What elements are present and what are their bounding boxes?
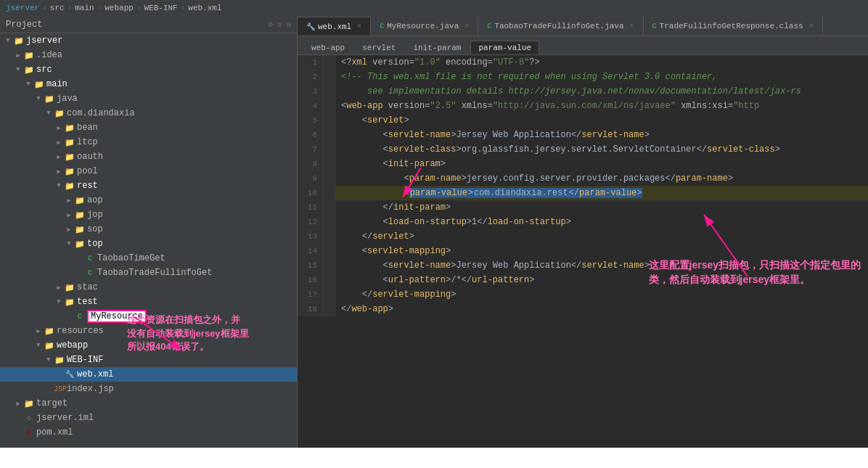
tab-TaobaoTrade-close[interactable]: × bbox=[630, 22, 634, 30]
tree-item-aop[interactable]: ▶ 📁 aop bbox=[0, 193, 297, 208]
code-line-6: 6 <servlet-name>Jersey Web Application</… bbox=[298, 128, 868, 142]
code-line-8: 8 <init-param> bbox=[298, 157, 868, 171]
code-line-18: 18 </web-app> bbox=[298, 302, 868, 316]
tab-TaobaoTrade-java[interactable]: C TaobaoTradeFullinfoGet.java × bbox=[478, 17, 643, 36]
code-line-5: 5 <servlet> bbox=[298, 113, 868, 128]
tree-item-TaobaoTimeGet[interactable]: C TaobaoTimeGet bbox=[0, 251, 297, 266]
tree-item-ltcp[interactable]: ▶ 📁 ltcp bbox=[0, 135, 297, 149]
breadcrumb-webapp: webapp bbox=[105, 4, 134, 12]
editor-area[interactable]: 1 <?xml version="1.0" encoding="UTF-8"?>… bbox=[298, 55, 868, 448]
tree-item-resources[interactable]: ▶ 📁 resources bbox=[0, 324, 297, 338]
code-line-2: 2 <!-- This web.xml file is not required… bbox=[298, 70, 868, 84]
tree-item-TaobaoTradeFullinfoGet[interactable]: C TaobaoTradeFullinfoGet bbox=[0, 266, 297, 280]
breadcrumb-webxml: web.xml bbox=[188, 4, 221, 12]
subtab-servlet[interactable]: servlet bbox=[354, 41, 404, 54]
file-tree: ▼ 📁 jserver ▶ 📁 .idea ▼ 📁 src ▼ bbox=[0, 33, 297, 448]
breadcrumb-jserver[interactable]: jserver bbox=[6, 4, 39, 12]
tree-item-bean[interactable]: ▶ 📁 bean bbox=[0, 120, 297, 135]
code-line-13: 13 </servlet> bbox=[298, 229, 868, 244]
tree-item-top[interactable]: ▼ 📁 top bbox=[0, 237, 297, 251]
tab-MyResource-java[interactable]: C MyResource.java × bbox=[371, 17, 478, 36]
title-bar: jserver › src › main › webapp › WEB-INF … bbox=[0, 0, 868, 16]
breadcrumb-src: src bbox=[50, 4, 65, 12]
code-line-4: 4 <web-app version="2.5" xmlns="http://j… bbox=[298, 99, 868, 113]
editor-subtabs: web-app servlet init-param param-value bbox=[298, 36, 868, 55]
code-line-10: 10 <param-value>com.diandaxia.rest</para… bbox=[298, 186, 868, 200]
tab-TradeFullinfo-class[interactable]: C TradeFullinfoGetResponse.class × bbox=[644, 17, 823, 36]
tab-MyResource-icon: C bbox=[380, 22, 384, 30]
tabs-bar: 🔧 web.xml × C MyResource.java × C Taobao… bbox=[298, 16, 868, 36]
tree-item-index-jsp[interactable]: JSP index.jsp bbox=[0, 382, 297, 396]
code-line-12: 12 <load-on-startup>1</load-on-startup> bbox=[298, 215, 868, 229]
subtab-web-app[interactable]: web-app bbox=[303, 41, 353, 54]
tab-web-xml-icon: 🔧 bbox=[306, 22, 315, 31]
tree-item-webapp[interactable]: ▼ 📁 webapp bbox=[0, 338, 297, 353]
tree-item-main[interactable]: ▼ 📁 main bbox=[0, 77, 297, 91]
code-line-1: 1 <?xml version="1.0" encoding="UTF-8"?> bbox=[298, 55, 868, 70]
tree-item-java[interactable]: ▼ 📁 java bbox=[0, 91, 297, 106]
tab-web-xml-close[interactable]: × bbox=[357, 22, 361, 30]
panel-title: Project bbox=[6, 20, 42, 30]
tree-item-WEB-INF[interactable]: ▼ 📁 WEB-INF bbox=[0, 353, 297, 367]
tree-item-pool[interactable]: ▶ 📁 pool bbox=[0, 164, 297, 178]
code-line-7: 7 <servlet-class>org.glassfish.jersey.se… bbox=[298, 142, 868, 157]
code-line-15: 15 <servlet-name>Jersey Web Application<… bbox=[298, 258, 868, 273]
tree-item-web-xml[interactable]: 🔧 web.xml bbox=[0, 367, 297, 382]
tree-item-jserver-iml[interactable]: ◇ jserver.iml bbox=[0, 411, 297, 425]
tree-item-idea[interactable]: ▶ 📁 .idea bbox=[0, 48, 297, 62]
collapse-icon[interactable]: ⊟ bbox=[286, 20, 291, 29]
tree-item-MyResource[interactable]: C MyResource bbox=[0, 309, 297, 324]
subtab-param-value[interactable]: param-value bbox=[470, 41, 539, 54]
tree-item-sop[interactable]: ▶ 📁 sop bbox=[0, 222, 297, 237]
tab-MyResource-close[interactable]: × bbox=[464, 22, 469, 30]
settings-icon[interactable]: ⚙ bbox=[268, 20, 273, 29]
tree-item-stac[interactable]: ▶ 📁 stac bbox=[0, 280, 297, 295]
sort-icon[interactable]: ⇅ bbox=[277, 20, 282, 29]
right-panel: 🔧 web.xml × C MyResource.java × C Taobao… bbox=[298, 16, 868, 448]
code-line-3: 3 see implementation details http://jers… bbox=[298, 84, 868, 99]
subtab-init-param[interactable]: init-param bbox=[405, 41, 469, 54]
tree-item-src[interactable]: ▼ 📁 src bbox=[0, 62, 297, 77]
tree-item-root[interactable]: ▼ 📁 jserver bbox=[0, 33, 297, 48]
code-line-16: 16 <url-pattern>/*</url-pattern> bbox=[298, 273, 868, 287]
tab-TradeFullinfo-icon: C bbox=[652, 22, 657, 30]
breadcrumb-webinf: WEB-INF bbox=[144, 4, 177, 12]
left-panel: Project ⚙ ⇅ ⊟ ▼ 📁 jserver ▶ 📁 .idea bbox=[0, 16, 298, 448]
code-line-14: 14 <servlet-mapping> bbox=[298, 244, 868, 258]
tree-item-com-diandaxia[interactable]: ▼ 📁 com.diandaxia bbox=[0, 106, 297, 120]
tab-TradeFullinfo-close[interactable]: × bbox=[809, 22, 814, 30]
code-line-9: 9 <param-name>jersey.config.server.provi… bbox=[298, 171, 868, 186]
tree-item-test[interactable]: ▼ 📁 test bbox=[0, 295, 297, 309]
tree-item-target[interactable]: ▶ 📁 target bbox=[0, 396, 297, 411]
tab-TaobaoTrade-icon: C bbox=[487, 22, 491, 30]
tree-item-jop[interactable]: ▶ 📁 jop bbox=[0, 208, 297, 222]
tab-web-xml[interactable]: 🔧 web.xml × bbox=[298, 17, 371, 36]
panel-header: Project ⚙ ⇅ ⊟ bbox=[0, 16, 297, 33]
tree-item-oauth[interactable]: ▶ 📁 oauth bbox=[0, 149, 297, 164]
breadcrumb-main: main bbox=[75, 4, 94, 12]
tree-item-pom-xml[interactable]: m pom.xml bbox=[0, 425, 297, 440]
code-line-17: 17 </servlet-mapping> bbox=[298, 287, 868, 302]
tree-item-rest[interactable]: ▼ 📁 rest bbox=[0, 178, 297, 193]
code-line-11: 11 </init-param> bbox=[298, 200, 868, 215]
